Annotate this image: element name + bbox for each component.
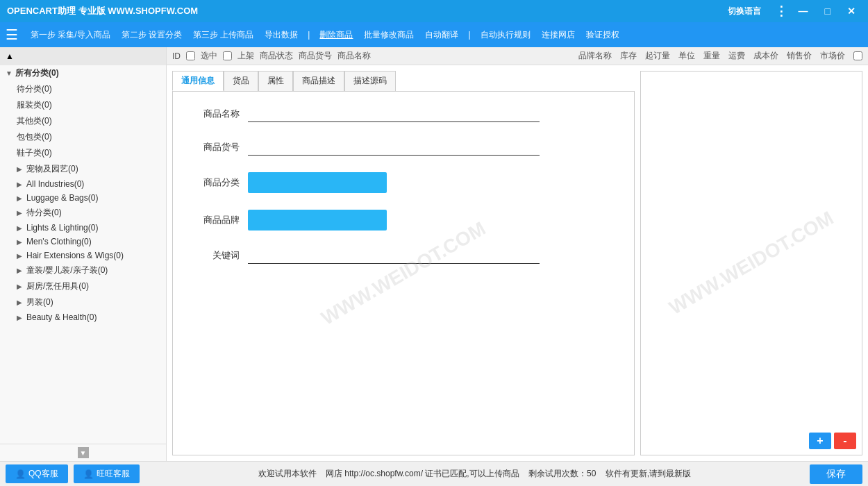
keyword-input[interactable] bbox=[248, 247, 540, 264]
toolbar-delete[interactable]: 删除商品 bbox=[315, 26, 357, 44]
tab-description-source[interactable]: 描述源码 bbox=[344, 71, 396, 91]
sidebar-item-label: 鞋子类(0) bbox=[17, 147, 52, 159]
product-brand-label: 商品品牌 bbox=[184, 214, 240, 226]
menu-dots-icon[interactable]: ⋮ bbox=[775, 3, 787, 19]
sidebar-collapse-icon[interactable]: ▲ bbox=[6, 51, 14, 61]
separator-1: | bbox=[308, 30, 310, 40]
watermark: WWW.WEIDOT.COM bbox=[317, 217, 490, 329]
product-brand-row: 商品品牌 bbox=[184, 210, 623, 231]
tabs: 通用信息 货品 属性 商品描述 描述源码 bbox=[172, 71, 635, 91]
sidebar-item-luggage-bags[interactable]: ▶ Luggage & Bags(0) bbox=[0, 191, 166, 205]
toolbar: ☰ 第一步 采集/导入商品 第二步 设置分类 第三步 上传商品 导出数据 | 删… bbox=[0, 22, 868, 47]
sidebar-item-label: 厨房/烹任用具(0) bbox=[26, 280, 89, 292]
toolbar-verify[interactable]: 验证授权 bbox=[582, 26, 624, 44]
toolbar-step2[interactable]: 第二步 设置分类 bbox=[117, 26, 186, 44]
sidebar-item-shoes[interactable]: 鞋子类(0) bbox=[0, 145, 166, 161]
expand-icon: ▶ bbox=[17, 165, 24, 173]
expand-icon: ▶ bbox=[17, 194, 24, 202]
update-hint-text: 软件有更新,请到最新版 bbox=[606, 469, 691, 478]
toolbar-autorule[interactable]: 自动执行规则 bbox=[476, 26, 535, 44]
tab-description[interactable]: 商品描述 bbox=[293, 71, 344, 91]
sidebar-item-label: 待分类(0) bbox=[26, 207, 62, 219]
sidebar-item-kitchen[interactable]: ▶ 厨房/烹任用具(0) bbox=[0, 278, 166, 294]
separator-2: | bbox=[468, 30, 470, 40]
hamburger-menu-icon[interactable]: ☰ bbox=[6, 26, 18, 43]
sidebar-item-label: Lights & Lighting(0) bbox=[26, 223, 98, 233]
form-body: WWW.WEIDOT.COM 商品名称 商品货号 商品分类 bbox=[172, 91, 635, 455]
tab-attributes[interactable]: 属性 bbox=[258, 71, 293, 91]
toolbar-batch[interactable]: 批量修改商品 bbox=[360, 26, 418, 44]
sidebar-item-pending[interactable]: 待分类(0) bbox=[0, 81, 166, 97]
sidebar-item-beauty[interactable]: ▶ Beauty & Health(0) bbox=[0, 310, 166, 324]
maximize-button[interactable]: □ bbox=[819, 4, 836, 18]
remove-image-button[interactable]: - bbox=[834, 433, 856, 449]
main-area: ▲ ▼ 所有分类(0) 待分类(0) 服装类(0) 其他类(0) 包包类(0) … bbox=[0, 47, 868, 461]
switch-lang-button[interactable]: 切换语言 bbox=[728, 6, 761, 17]
titlebar: OPENCART助理 专业版 WWW.SHOPFW.COM 切换语言 ⋮ — □… bbox=[0, 0, 868, 22]
sidebar-item-label: Hair Extensions & Wigs(0) bbox=[26, 251, 124, 260]
sidebar-item-mens[interactable]: ▶ 男装(0) bbox=[0, 294, 166, 310]
col-sale-price: 销售价 bbox=[787, 50, 812, 62]
sidebar-down-button[interactable]: ▼ bbox=[78, 447, 89, 458]
col-stock: 库存 bbox=[620, 50, 637, 62]
sidebar-item-all-industries[interactable]: ▶ All Industries(0) bbox=[0, 177, 166, 191]
toolbar-step3[interactable]: 第三步 上传商品 bbox=[189, 26, 258, 44]
toolbar-export[interactable]: 导出数据 bbox=[260, 26, 302, 44]
wangwang-service-button[interactable]: 👤 旺旺客服 bbox=[74, 464, 140, 483]
sidebar-item-label: 宠物及园艺(0) bbox=[26, 163, 78, 175]
sidebar-header: ▲ bbox=[0, 47, 166, 65]
product-name-input[interactable] bbox=[248, 106, 540, 122]
product-brand-button[interactable] bbox=[248, 210, 387, 231]
product-category-label: 商品分类 bbox=[184, 176, 240, 189]
extra-checkbox[interactable] bbox=[853, 50, 862, 62]
sidebar-item-label: 所有分类(0) bbox=[15, 67, 59, 79]
col-min-order: 起订量 bbox=[645, 50, 670, 62]
add-image-button[interactable]: + bbox=[809, 433, 831, 449]
watermark-right: WWW.WEIDOT.COM bbox=[665, 207, 837, 319]
sidebar-item-mens-clothing[interactable]: ▶ Men's Clothing(0) bbox=[0, 235, 166, 249]
sidebar-bottom: ▼ bbox=[0, 444, 166, 461]
product-sku-input[interactable] bbox=[248, 139, 540, 156]
save-button[interactable]: 保存 bbox=[810, 464, 862, 484]
tab-general[interactable]: 通用信息 bbox=[172, 71, 224, 91]
expand-icon: ▶ bbox=[17, 267, 24, 274]
product-name-label: 商品名称 bbox=[184, 108, 240, 120]
sidebar-item-lights[interactable]: ▶ Lights & Lighting(0) bbox=[0, 221, 166, 235]
sidebar-item-kids-clothing[interactable]: ▶ 童装/婴儿装/亲子装(0) bbox=[0, 262, 166, 278]
ww-label: 旺旺客服 bbox=[97, 468, 130, 480]
toolbar-autotranslate[interactable]: 自动翻译 bbox=[421, 26, 462, 44]
tab-goods[interactable]: 货品 bbox=[224, 71, 258, 91]
sidebar-item-all-categories[interactable]: ▼ 所有分类(0) bbox=[0, 65, 166, 81]
sidebar-item-hair-wigs[interactable]: ▶ Hair Extensions & Wigs(0) bbox=[0, 249, 166, 262]
sidebar-item-label: Men's Clothing(0) bbox=[26, 237, 92, 246]
qq-service-button[interactable]: 👤 QQ客服 bbox=[6, 464, 68, 483]
sidebar-item-label: 其他类(0) bbox=[17, 115, 52, 127]
col-selected: 选中 bbox=[201, 50, 217, 62]
form-area: 通用信息 货品 属性 商品描述 描述源码 WWW.WEIDOT.COM 商品名称 bbox=[167, 65, 868, 461]
window-controls: — □ ✕ bbox=[793, 4, 861, 18]
shop-url-text: 网店 http://oc.shopfw.com/ 证书已匹配,可以上传商品 bbox=[326, 469, 519, 478]
sidebar-item-clothing[interactable]: 服装类(0) bbox=[0, 97, 166, 113]
expand-icon: ▶ bbox=[17, 314, 24, 321]
sidebar-item-label: 男装(0) bbox=[26, 296, 53, 308]
toolbar-connect[interactable]: 连接网店 bbox=[537, 26, 579, 44]
close-button[interactable]: ✕ bbox=[842, 4, 861, 18]
toolbar-step1[interactable]: 第一步 采集/导入商品 bbox=[26, 26, 115, 44]
content-area: ID 选中 上架 商品状态 商品货号 商品名称 品牌名称 库存 起订量 单位 重… bbox=[167, 47, 868, 461]
sidebar-item-pending2[interactable]: ▶ 待分类(0) bbox=[0, 205, 166, 221]
col-name: 商品名称 bbox=[337, 50, 371, 62]
expand-icon: ▶ bbox=[17, 299, 24, 306]
table-header: ID 选中 上架 商品状态 商品货号 商品名称 品牌名称 库存 起订量 单位 重… bbox=[167, 47, 868, 65]
on-shelf-checkbox[interactable] bbox=[223, 51, 232, 60]
sidebar-item-bags[interactable]: 包包类(0) bbox=[0, 129, 166, 145]
minimize-button[interactable]: — bbox=[793, 4, 814, 18]
col-shipping: 运费 bbox=[728, 50, 745, 62]
col-id: ID bbox=[172, 51, 181, 61]
sidebar-item-pets[interactable]: ▶ 宠物及园艺(0) bbox=[0, 161, 166, 177]
sidebar-item-others[interactable]: 其他类(0) bbox=[0, 113, 166, 129]
qq-label: QQ客服 bbox=[28, 468, 58, 480]
expand-icon: ▶ bbox=[17, 181, 24, 188]
product-category-button[interactable] bbox=[248, 172, 387, 193]
product-sku-label: 商品货号 bbox=[184, 141, 240, 153]
select-all-checkbox[interactable] bbox=[186, 51, 195, 60]
